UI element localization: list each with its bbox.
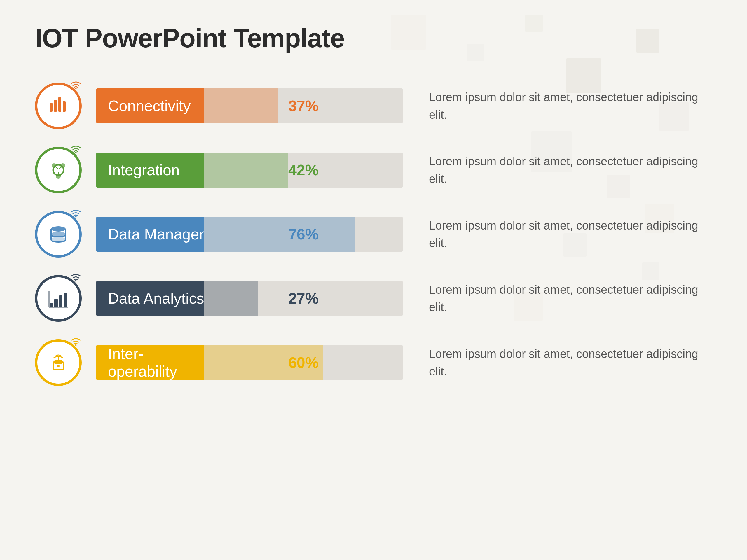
- bar-section-data-analytics: Data Analytics27%: [96, 281, 403, 316]
- svg-rect-17: [59, 295, 62, 307]
- svg-point-5: [75, 152, 77, 153]
- svg-rect-2: [54, 100, 57, 112]
- bar-label-data-analytics: Data Analytics: [96, 281, 204, 316]
- row-integration: Integration42%Lorem ipsum dolor sit amet…: [35, 147, 712, 193]
- bar-percent-data-analytics: 27%: [288, 290, 319, 307]
- bar-remainder-integration: 42%: [204, 153, 403, 188]
- svg-point-10: [75, 216, 77, 218]
- wifi-icon-integration: [70, 144, 82, 156]
- svg-point-12: [51, 232, 66, 237]
- icon-wrapper-data-management: [35, 211, 82, 258]
- bar-percent-interoperability: 60%: [288, 354, 319, 371]
- bar-percent-integration: 42%: [288, 161, 319, 179]
- page-content: IOT PowerPoint Template Connectivity37%L…: [0, 0, 747, 409]
- svg-point-11: [51, 226, 66, 232]
- description-integration: Lorem ipsum dolor sit amet, consectetuer…: [417, 153, 712, 188]
- svg-point-14: [75, 280, 77, 282]
- rows-container: Connectivity37%Lorem ipsum dolor sit ame…: [35, 83, 712, 386]
- bar-label-interoperability: Inter-operability: [96, 345, 204, 380]
- svg-point-0: [75, 88, 77, 89]
- icon-wrapper-data-analytics: [35, 275, 82, 322]
- bar-remainder-data-management: 76%: [204, 217, 403, 252]
- svg-point-21: [75, 344, 77, 346]
- icon-wrapper-interoperability: [35, 339, 82, 386]
- bar-fill-data-management: [204, 217, 355, 252]
- bar-remainder-interoperability: 60%: [204, 345, 403, 380]
- description-data-analytics: Lorem ipsum dolor sit amet, consectetuer…: [417, 281, 712, 316]
- bar-fill-connectivity: [204, 88, 278, 123]
- bar-remainder-connectivity: 37%: [204, 88, 403, 123]
- icon-wrapper-connectivity: [35, 83, 82, 129]
- svg-rect-15: [50, 303, 53, 307]
- wifi-icon-connectivity: [70, 80, 82, 92]
- wifi-icon-data-management: [70, 208, 82, 220]
- page-title: IOT PowerPoint Template: [35, 23, 712, 53]
- row-connectivity: Connectivity37%Lorem ipsum dolor sit ame…: [35, 83, 712, 129]
- bar-section-data-management: Data Management76%: [96, 217, 403, 252]
- bar-fill-integration: [204, 153, 288, 188]
- svg-point-13: [51, 237, 66, 242]
- bar-remainder-data-analytics: 27%: [204, 281, 403, 316]
- row-data-management: Data Management76%Lorem ipsum dolor sit …: [35, 211, 712, 258]
- bar-label-integration: Integration: [96, 153, 204, 188]
- svg-rect-3: [58, 97, 61, 112]
- bar-section-interoperability: Inter-operability60%: [96, 345, 403, 380]
- bar-percent-connectivity: 37%: [288, 97, 319, 115]
- bar-fill-data-analytics: [204, 281, 258, 316]
- row-data-analytics: Data Analytics27%Lorem ipsum dolor sit a…: [35, 275, 712, 322]
- bar-section-connectivity: Connectivity37%: [96, 88, 403, 123]
- svg-rect-1: [50, 103, 53, 112]
- svg-point-9: [56, 174, 61, 179]
- svg-point-24: [57, 365, 59, 367]
- svg-rect-18: [63, 293, 67, 307]
- bar-label-connectivity: Connectivity: [96, 88, 204, 123]
- description-data-management: Lorem ipsum dolor sit amet, consectetuer…: [417, 217, 712, 252]
- wifi-icon-data-analytics: [70, 272, 82, 284]
- bar-percent-data-management: 76%: [288, 225, 319, 243]
- bar-section-integration: Integration42%: [96, 153, 403, 188]
- row-interoperability: Inter-operability60%Lorem ipsum dolor si…: [35, 339, 712, 386]
- description-interoperability: Lorem ipsum dolor sit amet, consectetuer…: [417, 345, 712, 380]
- description-connectivity: Lorem ipsum dolor sit amet, consectetuer…: [417, 88, 712, 123]
- bar-label-data-management: Data Management: [96, 217, 204, 252]
- icon-wrapper-integration: [35, 147, 82, 193]
- svg-rect-4: [63, 102, 66, 112]
- svg-rect-16: [54, 299, 58, 307]
- wifi-icon-interoperability: [70, 336, 82, 349]
